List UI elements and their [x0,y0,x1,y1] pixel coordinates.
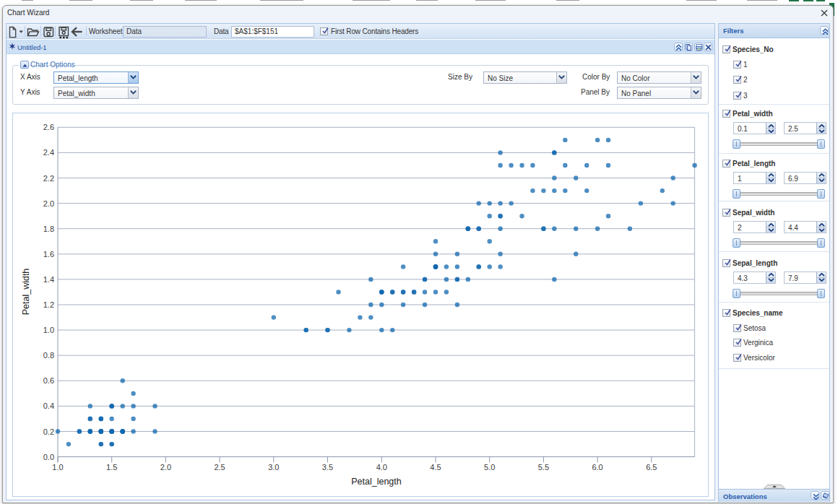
svg-text:2.6: 2.6 [43,123,54,131]
svg-text:3.5: 3.5 [322,463,333,472]
svg-text:1.0: 1.0 [52,463,63,472]
svg-text:0.6: 0.6 [43,376,54,385]
svg-text:2.5: 2.5 [214,463,225,472]
svg-text:2.4: 2.4 [43,148,54,157]
svg-text:2.2: 2.2 [43,174,54,183]
svg-text:5.5: 5.5 [538,463,549,472]
svg-text:3.0: 3.0 [268,463,279,472]
svg-text:1.0: 1.0 [43,326,54,334]
svg-text:4.5: 4.5 [430,463,441,472]
svg-text:2.0: 2.0 [43,199,54,208]
svg-text:1.2: 1.2 [43,300,54,309]
svg-text:2.0: 2.0 [160,463,171,472]
svg-text:6.0: 6.0 [592,463,602,472]
svg-text:0.4: 0.4 [43,401,54,410]
svg-text:Petal_length: Petal_length [351,477,402,487]
svg-text:0.8: 0.8 [43,351,54,360]
svg-text:1.5: 1.5 [106,463,117,472]
svg-text:Petal_width: Petal_width [21,269,31,316]
svg-text:4.0: 4.0 [376,463,387,472]
svg-text:1.4: 1.4 [43,275,54,284]
svg-text:0.0: 0.0 [43,453,54,461]
svg-text:0.2: 0.2 [43,427,54,436]
svg-text:5.0: 5.0 [484,463,495,472]
svg-text:1.6: 1.6 [43,250,54,258]
svg-text:6.5: 6.5 [646,463,657,472]
svg-text:1.8: 1.8 [43,225,54,233]
